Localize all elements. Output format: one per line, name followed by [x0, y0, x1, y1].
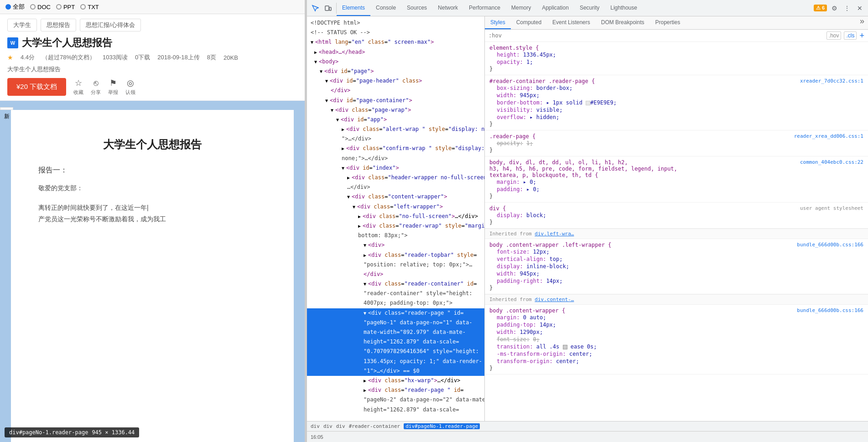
tag-student[interactable]: 大学生 [7, 19, 37, 31]
claim-action[interactable]: ◎ 认领 [125, 78, 135, 96]
styles-filter-input[interactable] [489, 32, 824, 39]
css-prop-opacity-strike[interactable]: opacity: 1; [489, 140, 863, 147]
css-prop-width[interactable]: width: 945px; [489, 92, 863, 99]
tag-thought-report[interactable]: 思想报告 [41, 19, 76, 31]
dom-line-page-wrap[interactable]: ▼<div class="page-wrap"> [307, 105, 484, 115]
radio-txt[interactable]: TXT [80, 4, 99, 10]
inspect-icon[interactable] [310, 3, 321, 14]
css-prop-height[interactable]: height: 1336.45px; [489, 51, 863, 58]
css-prop-width-lw[interactable]: width: 945px; [489, 270, 863, 277]
css-prop-margin[interactable]: margin: ▸ 0; [489, 178, 863, 186]
radio-all[interactable]: 全部 [5, 3, 25, 11]
styles-rules-panel[interactable]: element.style { height: 1336.45px; opaci… [485, 42, 868, 421]
dom-line-head[interactable]: ▶<head>…</head> [307, 47, 484, 57]
inherited-from-link-1[interactable]: div.left-wra… [535, 231, 574, 237]
dom-line-left-wrapper[interactable]: ▼<div class="left-wrapper"> [307, 202, 484, 212]
css-prop-border-bottom[interactable]: border-bottom: ▸ 1px solid #E9E9E9; [489, 99, 863, 106]
css-prop-transform-origin[interactable]: transform-origin: center; [489, 358, 863, 365]
css-source-link-2[interactable]: reader_xrea_dd006.css:1 [794, 133, 863, 139]
dom-line-reader-container-val2[interactable]: 4007px; padding-top: 0px;"> [307, 298, 484, 308]
dom-line-reader-page-selected[interactable]: ▼<div class="reader-page " id= [307, 308, 484, 318]
dom-line-page[interactable]: ▼<div id="page"> [307, 67, 484, 76]
report-action[interactable]: ⚑ 举报 [108, 78, 118, 96]
dom-line-reader-container-val1[interactable]: "reader-container" style="height: [307, 289, 484, 298]
breadcrumb-div-2[interactable]: div [323, 423, 333, 429]
styles-tab-event-listeners[interactable]: Event Listeners [547, 16, 596, 29]
dom-line-reader-topbar-close[interactable]: </div> [307, 270, 484, 279]
css-prop-padding[interactable]: padding: ▸ 0; [489, 186, 863, 193]
tab-console[interactable]: Console [370, 0, 401, 16]
dom-line-reader-page-val3[interactable]: height="1262.879" data-scale= [307, 337, 484, 347]
dom-line-reader-page-val1[interactable]: "pageNo-1" data-page-no="1" data- [307, 318, 484, 328]
tab-security[interactable]: Security [574, 0, 605, 16]
css-prop-fontsize-cw-strike[interactable]: font-size: 0; [489, 336, 863, 343]
breadcrumb-div-3[interactable]: div [336, 423, 345, 429]
css-prop-transition[interactable]: transition: all .4s ease 0s; [489, 343, 863, 350]
css-source-link-5[interactable]: bundle_666d00b.css:166 [797, 307, 863, 313]
dom-line-status[interactable]: <!-- STATUS OK --> [307, 28, 484, 37]
css-source-link-1[interactable]: xreader_7d0cc32.css:1 [800, 78, 863, 84]
share-action[interactable]: ⎋ 分享 [91, 78, 101, 96]
css-source-link-4[interactable]: bundle_666d00b.css:166 [797, 242, 863, 248]
cls-filter-btn[interactable]: .cls [844, 31, 857, 40]
dom-tree-panel[interactable]: <!DOCTYPE html> <!-- STATUS OK --> ▼<htm… [307, 16, 485, 421]
dom-line-div[interactable]: ▼<div> [307, 240, 484, 250]
tab-sources[interactable]: Sources [401, 0, 432, 16]
dom-line-confirm-wrap[interactable]: ▶<div class="confirm-wrap " style="displ… [307, 144, 484, 153]
dom-line-content-wrapper[interactable]: ▼<div class="content-wrapper"> [307, 192, 484, 202]
dom-line-page-header[interactable]: ▼<div id="page-header" class> [307, 76, 484, 86]
css-source-link-3[interactable]: common_404ebc0.css:22 [800, 159, 863, 165]
styles-tab-computed[interactable]: Computed [511, 16, 547, 29]
tab-lighthouse[interactable]: Lighthouse [605, 0, 643, 16]
dom-line-body[interactable]: ▼<body> [307, 57, 484, 67]
css-prop-visibility[interactable]: visibility: visible; [489, 106, 863, 114]
css-prop-padding-top[interactable]: padding-top: 14px; [489, 321, 863, 328]
dom-line-page-header-close[interactable]: </div> [307, 86, 484, 95]
dom-line-hx-warp[interactable]: ▶<div class="hx-warp">…</div> [307, 376, 484, 385]
more-options-icon[interactable]: ⋮ [842, 3, 852, 14]
dom-line-page-container[interactable]: ▼<div id="page-container"> [307, 96, 484, 105]
device-toggle-icon[interactable] [322, 3, 333, 14]
hover-filter-btn[interactable]: .hov [826, 31, 842, 40]
dom-line-reader-page-val4[interactable]: "0.7070978296416364" style="height: [307, 347, 484, 356]
css-prop-display[interactable]: display: block; [489, 212, 863, 219]
dom-line-reader-wrap-val[interactable]: bottom: 83px;"> [307, 231, 484, 240]
css-prop-boxsizing[interactable]: box-sizing: border-box; [489, 84, 863, 92]
breadcrumb-reader-page[interactable]: div#pageNo-1.reader-page [404, 423, 480, 429]
tab-performance[interactable]: Performance [463, 0, 506, 16]
css-prop-opacity[interactable]: opacity: 1; [489, 58, 863, 66]
warning-badge[interactable]: ⚠ 6 [814, 5, 827, 11]
settings-icon[interactable]: ⚙ [829, 3, 840, 14]
close-devtools-icon[interactable]: ✕ [854, 3, 865, 14]
dom-line-reader-page2-val1[interactable]: "pageNo-2" data-page-no="2" data-mate- [307, 395, 484, 405]
dom-line-html[interactable]: ▼<html lang="en" class=" screen-max"> [307, 37, 484, 47]
breadcrumb-reader-container[interactable]: #reader-container [349, 423, 400, 429]
add-style-rule-icon[interactable]: + [859, 31, 864, 40]
css-prop-ms-transform[interactable]: -ms-transform-origin: center; [489, 350, 863, 358]
dom-line-reader-page-val5[interactable]: 1336.45px; opacity: 1;" data-render- [307, 357, 484, 366]
dom-line-reader-page-val6[interactable]: "1">…</div> == $0 [307, 366, 484, 376]
radio-ppt[interactable]: PPT [56, 4, 75, 10]
styles-tab-dom-breakpoints[interactable]: DOM Breakpoints [596, 16, 650, 29]
dom-line-app[interactable]: ▼<div id="app"> [307, 115, 484, 125]
dom-line-header-wrapper[interactable]: ▶<div class="header-wrapper no-full-scre… [307, 173, 484, 182]
tab-application[interactable]: Application [536, 0, 574, 16]
css-prop-overflow[interactable]: overflow: ▸ hidden; [489, 114, 863, 121]
dom-line-reader-page-val2[interactable]: mate-width="892.979" data-mate- [307, 328, 484, 337]
dom-line-reader-page2-val2[interactable]: height="1262.879" data-scale= [307, 405, 484, 415]
radio-doc[interactable]: DOC [30, 4, 51, 10]
css-prop-vertical-align[interactable]: vertical-align: top; [489, 255, 863, 263]
dom-line-reader-page2[interactable]: ▶<div class="reader-page " id= [307, 385, 484, 395]
breadcrumb-div-1[interactable]: div [311, 423, 320, 429]
dom-line-doctype[interactable]: <!DOCTYPE html> [307, 18, 484, 28]
collect-action[interactable]: ☆ 收藏 [73, 78, 83, 96]
tab-network[interactable]: Network [432, 0, 463, 16]
dom-line-reader-wrap[interactable]: ▶<div class="reader-wrap" style="margin- [307, 221, 484, 231]
dom-line-reader-topbar-val[interactable]: "position: relative; top: 0px;">… [307, 260, 484, 270]
css-prop-fontsize[interactable]: font-size: 12px; [489, 248, 863, 255]
dom-line-alert-wrap[interactable]: ▶<div class="alert-wrap " style="display… [307, 125, 484, 134]
dom-line-no-full-screen[interactable]: ▶<div class="no-full-screen">…</div> [307, 212, 484, 221]
styles-expand-icon[interactable]: » [856, 16, 868, 29]
styles-tab-styles[interactable]: Styles [485, 16, 511, 29]
css-prop-padding-right[interactable]: padding-right: 14px; [489, 277, 863, 285]
